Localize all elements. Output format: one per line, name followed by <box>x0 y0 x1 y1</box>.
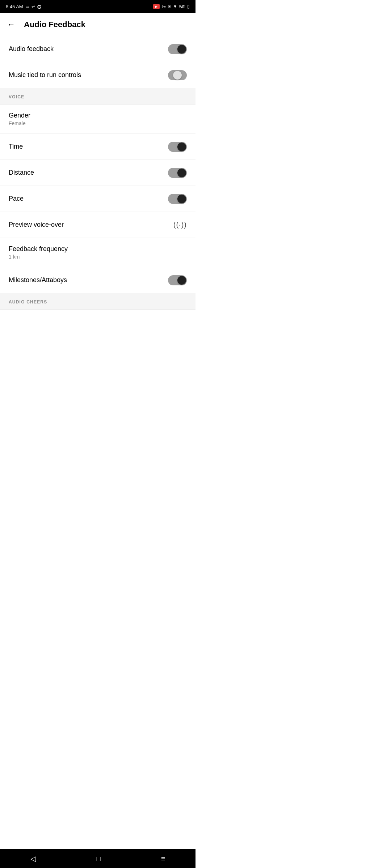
setting-text-time: Time <box>9 143 23 150</box>
setting-text-music-tied: Music tied to run controls <box>9 71 81 79</box>
status-bar: 8:45 AM ▭ ⇌ G ▶ 🗝 ✳ ▼ wifi ▯ <box>0 0 196 13</box>
toggle-music-tied[interactable] <box>168 70 187 80</box>
status-left: 8:45 AM ▭ ⇌ G <box>6 4 41 10</box>
back-button[interactable]: ← <box>6 18 17 31</box>
setting-row-feedback-frequency[interactable]: Feedback frequency1 km <box>0 238 196 267</box>
toggle-thumb-music-tied <box>173 71 182 80</box>
setting-row-pace[interactable]: Pace <box>0 186 196 212</box>
setting-row-music-tied[interactable]: Music tied to run controls <box>0 62 196 88</box>
setting-text-milestones-attaboys: Milestones/Attaboys <box>9 276 67 284</box>
toggle-thumb-audio-feedback <box>177 45 186 54</box>
battery-icon: ▯ <box>187 4 190 9</box>
setting-row-preview-voice-over[interactable]: Preview voice-over((·)) <box>0 212 196 238</box>
bluetooth-icon: ✳ <box>168 4 171 9</box>
setting-text-audio-feedback: Audio feedback <box>9 45 54 53</box>
section-label: VOICE <box>9 94 24 99</box>
record-icon: ▶ <box>153 4 160 9</box>
app-bar: ← Audio Feedback <box>0 13 196 36</box>
preview-voice-icon: ((·)) <box>173 221 187 229</box>
wifi-icon: wifi <box>179 4 185 9</box>
google-icon: G <box>37 4 42 10</box>
setting-label-audio-feedback: Audio feedback <box>9 45 54 53</box>
setting-text-distance: Distance <box>9 169 34 176</box>
setting-row-audio-feedback[interactable]: Audio feedback <box>0 36 196 62</box>
page-title: Audio Feedback <box>24 20 85 29</box>
setting-row-gender[interactable]: GenderFemale <box>0 105 196 134</box>
toggle-thumb-milestones-attaboys <box>177 276 186 285</box>
settings-list: Audio feedback Music tied to run control… <box>0 36 196 310</box>
setting-label-feedback-frequency: Feedback frequency <box>9 245 68 253</box>
setting-text-preview-voice-over: Preview voice-over <box>9 221 64 229</box>
section-header-voice: VOICE <box>0 88 196 105</box>
status-right: ▶ 🗝 ✳ ▼ wifi ▯ <box>153 4 190 9</box>
setting-text-gender: GenderFemale <box>9 112 30 126</box>
setting-label-music-tied: Music tied to run controls <box>9 71 81 79</box>
setting-label-distance: Distance <box>9 169 34 176</box>
toggle-audio-feedback[interactable] <box>168 44 187 54</box>
setting-label-milestones-attaboys: Milestones/Attaboys <box>9 276 67 284</box>
toggle-time[interactable] <box>168 142 187 152</box>
toggle-pace[interactable] <box>168 194 187 204</box>
section-label: AUDIO CHEERS <box>9 299 47 305</box>
setting-label-time: Time <box>9 143 23 150</box>
setting-row-time[interactable]: Time <box>0 134 196 160</box>
wifi-calling-icon: ⇌ <box>31 4 35 9</box>
section-header-audio-cheers: AUDIO CHEERS <box>0 293 196 310</box>
setting-text-pace: Pace <box>9 195 24 203</box>
toggle-distance[interactable] <box>168 168 187 178</box>
setting-row-milestones-attaboys[interactable]: Milestones/Attaboys <box>0 267 196 293</box>
setting-row-distance[interactable]: Distance <box>0 160 196 186</box>
signal-icon: ▼ <box>173 4 177 9</box>
toggle-thumb-time <box>177 142 186 151</box>
key-icon: 🗝 <box>161 4 166 9</box>
video-camera-icon: ▭ <box>25 4 29 9</box>
setting-label-gender: Gender <box>9 112 30 119</box>
setting-label-preview-voice-over: Preview voice-over <box>9 221 64 229</box>
time-text: 8:45 AM <box>6 4 23 9</box>
setting-text-feedback-frequency: Feedback frequency1 km <box>9 245 68 260</box>
setting-label-pace: Pace <box>9 195 24 203</box>
toggle-milestones-attaboys[interactable] <box>168 275 187 285</box>
toggle-thumb-distance <box>177 169 186 177</box>
setting-sublabel-feedback-frequency: 1 km <box>9 254 68 260</box>
toggle-thumb-pace <box>177 195 186 203</box>
setting-sublabel-gender: Female <box>9 120 30 126</box>
